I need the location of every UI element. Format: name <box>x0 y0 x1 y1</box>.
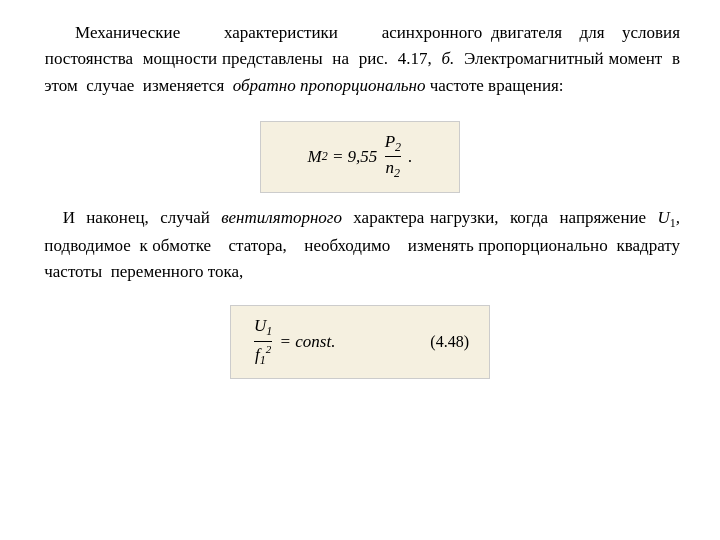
paragraph-1: Механические характеристики асинхронного… <box>40 20 680 99</box>
formula-2-block: U1 f12 = const. (4.48) <box>230 305 490 378</box>
formula-2-fraction: U1 f12 <box>254 316 272 367</box>
formula-1: M2 = 9,55 P2 n2 . <box>307 132 412 182</box>
text-italic-b: б. <box>441 49 454 68</box>
paragraph-2: И наконец, случай вентиляторного характе… <box>40 205 680 286</box>
formula-2-numerator: U1 <box>254 316 272 341</box>
formula-1-m2: M <box>307 147 321 167</box>
text-u1: U <box>657 208 669 227</box>
text-p1-part1: Механические характеристики асинхронного… <box>40 23 680 95</box>
text-p2: И наконец, случай вентиляторного характе… <box>40 208 680 281</box>
formula-1-block: M2 = 9,55 P2 n2 . <box>260 121 460 193</box>
formula-1-fraction: P2 n2 <box>385 132 401 182</box>
formula-2: U1 f12 = const. <box>251 316 335 367</box>
text-italic-obratno: обратно пропорционально <box>233 76 426 95</box>
formula-2-label: (4.48) <box>430 333 469 351</box>
formula-1-numerator: P2 <box>385 132 401 157</box>
formula-1-denominator: n2 <box>386 157 401 181</box>
text-italic-vent: вентиляторного <box>221 208 342 227</box>
page: Механические характеристики асинхронного… <box>0 0 720 540</box>
formula-1-sub2: 2 <box>322 149 328 164</box>
formula-2-denominator: f12 <box>255 342 271 368</box>
